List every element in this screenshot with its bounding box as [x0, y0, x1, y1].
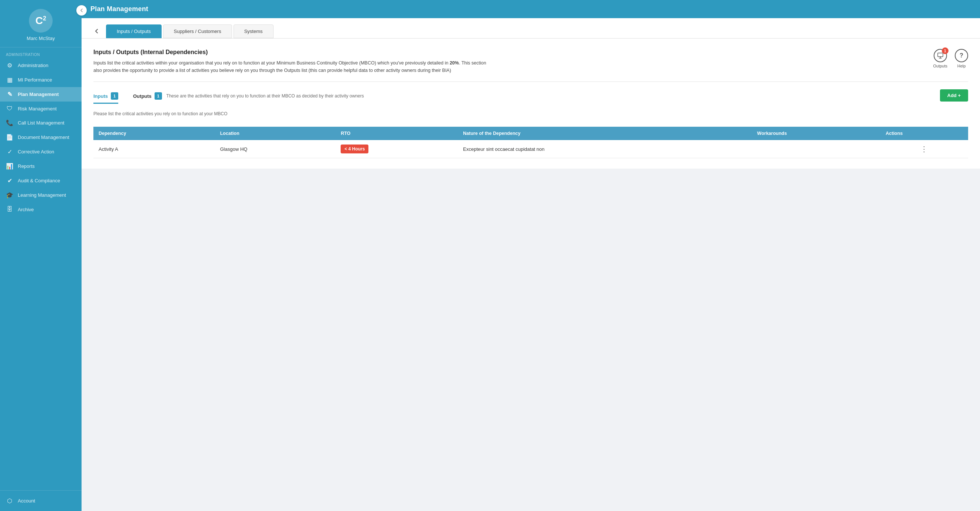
- inputs-tab-desc: Please list the critical activities you …: [94, 111, 940, 116]
- add-button[interactable]: Add +: [940, 89, 968, 102]
- outputs-label: Outputs: [933, 64, 947, 68]
- help-icon-action[interactable]: ? Help: [955, 49, 968, 68]
- inputs-tab-badge: 1: [111, 92, 118, 100]
- sidebar-item-plan-management[interactable]: ✎ Plan Management: [0, 87, 81, 102]
- col-dependency: Dependency: [94, 127, 215, 140]
- sidebar-item-label: Reports: [18, 163, 35, 169]
- sidebar-item-risk-management[interactable]: 🛡 Risk Management: [0, 102, 81, 116]
- bar-chart-icon: 📊: [6, 163, 13, 170]
- tab-back-button[interactable]: [91, 24, 103, 38]
- help-label: Help: [958, 64, 966, 68]
- right-icons: 1 Outputs ? Help: [933, 49, 968, 68]
- pencil-icon: ✎: [6, 91, 13, 98]
- main-body: Inputs / Outputs Suppliers / Customers S…: [81, 18, 980, 511]
- sidebar-item-label: Plan Management: [18, 92, 59, 97]
- sidebar-item-label: Account: [18, 498, 35, 504]
- sidebar-item-label: Audit & Compliance: [18, 178, 60, 183]
- sidebar-item-administration[interactable]: ⚙ Administration: [0, 58, 81, 73]
- top-actions: Inputs / Outputs (Internal Dependencies)…: [94, 49, 968, 74]
- main-content: Plan Management Inputs / Outputs Supplie…: [81, 0, 980, 511]
- learning-icon: 🎓: [6, 192, 13, 198]
- sidebar-section-label: Administration: [0, 48, 81, 58]
- sidebar-logo: C2 Marc McStay: [0, 0, 81, 48]
- divider: [94, 81, 968, 82]
- col-actions: Actions: [881, 127, 969, 140]
- logo-icon: C2: [29, 9, 52, 33]
- sidebar-item-label: Corrective Action: [18, 149, 54, 154]
- content-area: Inputs / Outputs (Internal Dependencies)…: [81, 38, 980, 168]
- tabs-bar: Inputs / Outputs Suppliers / Customers S…: [81, 18, 980, 38]
- section-info: Inputs / Outputs (Internal Dependencies)…: [94, 49, 486, 74]
- rto-badge: < 4 Hours: [340, 144, 368, 153]
- table-row: Activity A Glasgow HQ < 4 Hours Excepteu…: [94, 140, 968, 158]
- outputs-tab-label: Outputs: [133, 94, 151, 99]
- inputs-section: Inputs 1 Outputs 1 These are the activit…: [94, 89, 940, 122]
- sidebar-item-reports[interactable]: 📊 Reports: [0, 159, 81, 173]
- user-name: Marc McStay: [27, 36, 55, 41]
- io-tab-inputs[interactable]: Inputs 1: [94, 89, 118, 104]
- tab-suppliers-customers[interactable]: Suppliers / Customers: [163, 24, 232, 38]
- page-header: Plan Management: [81, 0, 980, 18]
- sidebar-bottom: ⬡ Account: [0, 490, 81, 511]
- desc-before: Inputs list the critical activities with…: [94, 60, 450, 66]
- sidebar-item-account[interactable]: ⬡ Account: [0, 494, 81, 508]
- sidebar-collapse-button[interactable]: [76, 5, 87, 16]
- cell-workarounds: [752, 140, 881, 158]
- sidebar-item-corrective-action[interactable]: ✓ Corrective Action: [0, 144, 81, 159]
- tab-systems[interactable]: Systems: [234, 24, 274, 38]
- sidebar-item-audit-compliance[interactable]: ✔ Audit & Compliance: [0, 173, 81, 188]
- actions-menu-button[interactable]: ⋮: [886, 144, 963, 153]
- sidebar-item-label: Learning Management: [18, 192, 66, 198]
- sidebar-item-label: Archive: [18, 207, 34, 212]
- cell-nature: Excepteur sint occaecat cupidatat non: [458, 140, 752, 158]
- sidebar-nav: ⚙ Administration ▦ MI Performance ✎ Plan…: [0, 58, 81, 216]
- outputs-tab-desc: These are the activities that rely on yo…: [166, 94, 364, 98]
- document-icon: 📄: [6, 134, 13, 141]
- outputs-tab-badge: 1: [154, 92, 162, 100]
- add-button-wrapper: Add +: [940, 89, 968, 102]
- col-workarounds: Workarounds: [752, 127, 881, 140]
- outputs-icon-circle: 1: [934, 49, 947, 62]
- chart-icon: ▦: [6, 76, 13, 83]
- sidebar: C2 Marc McStay Administration ⚙ Administ…: [0, 0, 81, 511]
- check-icon: ✓: [6, 148, 13, 155]
- archive-icon: 🗄: [6, 206, 13, 213]
- page-title: Plan Management: [91, 5, 148, 13]
- dependencies-table: Dependency Location RTO Nature of the De…: [94, 127, 968, 158]
- sidebar-item-call-list[interactable]: 📞 Call List Management: [0, 116, 81, 130]
- sidebar-item-archive[interactable]: 🗄 Archive: [0, 202, 81, 216]
- svg-rect-0: [938, 53, 943, 57]
- col-location: Location: [215, 127, 336, 140]
- phone-icon: 📞: [6, 119, 13, 126]
- outputs-icon-action[interactable]: 1 Outputs: [933, 49, 947, 68]
- sidebar-item-mi-performance[interactable]: ▦ MI Performance: [0, 73, 81, 87]
- sidebar-item-document-management[interactable]: 📄 Document Management: [0, 130, 81, 144]
- tab-inputs-outputs[interactable]: Inputs / Outputs: [106, 24, 162, 38]
- col-rto: RTO: [336, 127, 458, 140]
- sidebar-item-label: MI Performance: [18, 77, 52, 83]
- section-description: Inputs list the critical activities with…: [94, 59, 486, 74]
- inputs-tab-label: Inputs: [94, 94, 108, 99]
- cell-dependency: Activity A: [94, 140, 215, 158]
- desc-percent: 20%: [450, 60, 459, 66]
- audit-icon: ✔: [6, 177, 13, 184]
- outputs-badge: 1: [942, 48, 948, 54]
- cell-location: Glasgow HQ: [215, 140, 336, 158]
- section-title: Inputs / Outputs (Internal Dependencies): [94, 49, 486, 56]
- io-header-row: Inputs 1 Outputs 1 These are the activit…: [94, 89, 968, 122]
- cell-actions: ⋮: [881, 140, 969, 158]
- cell-rto: < 4 Hours: [336, 140, 458, 158]
- sidebar-item-learning-management[interactable]: 🎓 Learning Management: [0, 188, 81, 202]
- shield-icon: 🛡: [6, 105, 13, 112]
- sidebar-item-label: Risk Management: [18, 106, 57, 111]
- sidebar-item-label: Administration: [18, 63, 48, 68]
- io-tabs: Inputs 1 Outputs 1 These are the activit…: [94, 89, 940, 104]
- sidebar-item-label: Call List Management: [18, 120, 65, 125]
- account-icon: ⬡: [6, 497, 13, 504]
- gear-icon: ⚙: [6, 62, 13, 69]
- col-nature: Nature of the Dependency: [458, 127, 752, 140]
- sidebar-item-label: Document Management: [18, 135, 69, 140]
- table-header-row: Dependency Location RTO Nature of the De…: [94, 127, 968, 140]
- io-tab-outputs[interactable]: Outputs 1 These are the activities that …: [133, 89, 364, 104]
- help-icon-circle: ?: [955, 49, 968, 62]
